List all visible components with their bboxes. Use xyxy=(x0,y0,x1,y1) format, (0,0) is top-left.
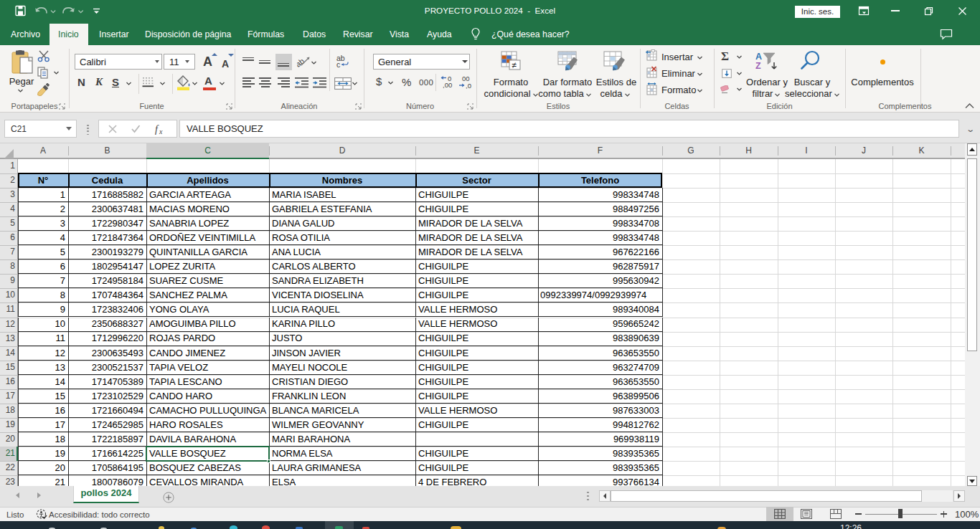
svg-text:A: A xyxy=(755,52,762,62)
svg-text:x: x xyxy=(159,128,163,135)
svg-text:,00: ,00 xyxy=(443,81,452,89)
svg-text:,0: ,0 xyxy=(466,82,471,89)
svg-text:≠: ≠ xyxy=(512,60,517,70)
svg-text:Z: Z xyxy=(755,61,761,71)
svg-text:c: c xyxy=(336,60,340,68)
